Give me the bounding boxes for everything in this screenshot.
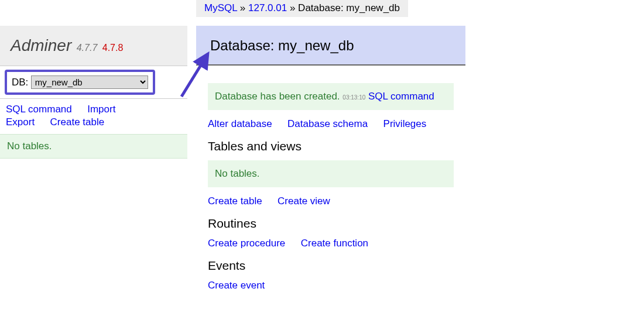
db-created-msg: Database has been created. 03:13:10 SQL … (208, 83, 454, 110)
tables-heading: Tables and views (208, 139, 454, 153)
events-action-links: Create event (208, 280, 454, 291)
events-heading: Events (208, 259, 454, 273)
create-procedure-link[interactable]: Create procedure (208, 238, 285, 249)
breadcrumb-server-link[interactable]: 127.0.01 (248, 2, 287, 13)
create-event-link[interactable]: Create event (208, 280, 265, 291)
breadcrumb-sep: » (240, 2, 245, 13)
side-link-create-table[interactable]: Create table (50, 116, 105, 128)
side-link-import[interactable]: Import (87, 104, 115, 115)
create-view-link[interactable]: Create view (278, 195, 330, 207)
db-select-label: DB: (12, 77, 28, 88)
db-select-highlight: DB: my_new_db (5, 70, 155, 95)
alter-database-link[interactable]: Alter database (208, 118, 272, 129)
page-title: Database: my_new_db (196, 26, 465, 66)
app-version: 4.7.7 (74, 43, 98, 53)
create-table-link[interactable]: Create table (208, 195, 262, 207)
breadcrumb: MySQL » 127.0.01 » Database: my_new_db (196, 0, 408, 17)
sidebar: Adminer 4.7.7 4.7.8 DB: my_new_db SQL co… (0, 26, 187, 159)
breadcrumb-current: Database: my_new_db (298, 2, 400, 13)
msg-sql-command-link[interactable]: SQL command (368, 91, 434, 102)
main-content: Database: my_new_db Database has been cr… (196, 26, 465, 301)
side-link-sql-command[interactable]: SQL command (6, 104, 72, 115)
database-schema-link[interactable]: Database schema (287, 118, 368, 129)
routines-heading: Routines (208, 217, 454, 231)
msg-text: Database has been created. (215, 91, 340, 102)
db-select-row: DB: my_new_db (0, 66, 187, 99)
breadcrumb-driver-link[interactable]: MySQL (204, 2, 237, 13)
sidebar-links: SQL command Import Export Create table (0, 99, 187, 134)
logo-bar: Adminer 4.7.7 4.7.8 (0, 26, 187, 66)
app-new-version: 4.7.8 (100, 43, 124, 53)
db-action-links: Alter database Database schema Privilege… (208, 118, 454, 130)
db-select[interactable]: my_new_db (31, 75, 148, 89)
tables-action-links: Create table Create view (208, 195, 454, 207)
no-tables-msg: No tables. (208, 160, 454, 187)
privileges-link[interactable]: Privileges (383, 118, 427, 129)
create-function-link[interactable]: Create function (301, 238, 368, 249)
routines-action-links: Create procedure Create function (208, 238, 454, 249)
breadcrumb-sep: » (290, 2, 295, 13)
app-name: Adminer (11, 36, 71, 54)
sidebar-no-tables-msg: No tables. (0, 134, 187, 159)
msg-time: 03:13:10 (342, 94, 365, 101)
side-link-export[interactable]: Export (6, 116, 35, 128)
